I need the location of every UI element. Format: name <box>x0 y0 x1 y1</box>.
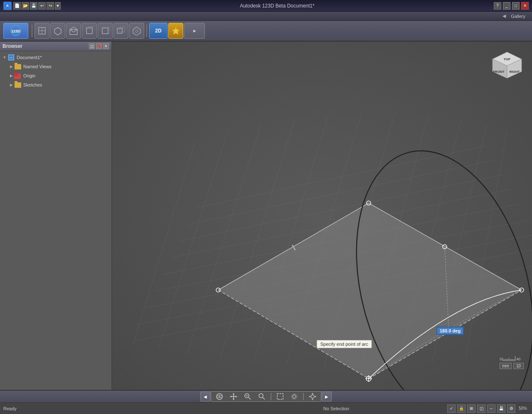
toolbar-btn-2d[interactable]: 2D <box>149 23 167 39</box>
toolbar-btn-front[interactable] <box>82 23 97 39</box>
toolbar-btn-extra[interactable]: ▶ <box>184 23 205 39</box>
svg-point-71 <box>315 396 316 397</box>
close-btn[interactable]: ✕ <box>521 2 529 10</box>
doc-icon <box>7 54 15 61</box>
browser-toggle-btn[interactable]: ◫ <box>89 43 95 49</box>
save-btn[interactable]: 💾 <box>30 2 37 10</box>
tree-origin-label: Origin <box>23 73 35 78</box>
select-icon <box>276 392 284 401</box>
viewcube-svg: TOP FRONT RIGHT <box>490 50 524 83</box>
toolbar-btn-camera[interactable] <box>129 23 144 39</box>
status-lock-icon[interactable]: 🔒 <box>457 404 466 413</box>
svg-marker-31 <box>218 203 522 379</box>
help-icon[interactable]: ? <box>494 2 501 10</box>
open-btn[interactable]: 📂 <box>22 2 29 10</box>
ruler-start: 0 <box>500 357 502 361</box>
tree-named-views[interactable]: ▶ Named Views <box>7 62 111 71</box>
status-ready: Ready <box>3 406 225 411</box>
svg-point-66 <box>291 394 297 399</box>
angle-value: 180.0 deg <box>440 328 461 333</box>
mm-label: mm <box>500 363 512 369</box>
status-settings-icon[interactable]: ⚙ <box>507 404 515 413</box>
minimize-btn[interactable]: _ <box>503 2 510 10</box>
tree-sketches-label: Sketches <box>23 82 42 87</box>
svg-text:123D: 123D <box>11 29 20 33</box>
status-grid-icon[interactable]: ⊞ <box>467 404 475 413</box>
pan-btn[interactable] <box>227 392 240 402</box>
view-settings-btn[interactable] <box>306 392 319 402</box>
sketches-icon <box>14 82 22 88</box>
undo-btn[interactable]: ↩ <box>38 2 46 10</box>
dropdown-btn[interactable]: ▼ <box>55 2 61 10</box>
main-area: Browser ◫ 📌 ✕ ▼ Document1* <box>0 42 532 390</box>
toolbar-btn-ortho[interactable] <box>113 23 128 39</box>
status-icons: ✓ 🔒 ⊞ ◫ ↔ 💾 ⚙ 50% <box>447 404 529 413</box>
zoom-btn[interactable] <box>241 392 254 402</box>
named-views-icon <box>14 63 22 70</box>
zoom-window-btn[interactable] <box>256 392 268 402</box>
origin-icon <box>14 72 22 79</box>
bottom-btn-nav[interactable]: ◀ <box>200 392 210 402</box>
view-settings-icon <box>308 392 317 401</box>
tree-arrow-sketches: ▶ <box>8 82 14 88</box>
status-percent: 50% <box>517 406 529 411</box>
ruler-value-box[interactable]: 10 <box>513 363 524 369</box>
browser-close-btn[interactable]: ✕ <box>103 43 109 49</box>
bottom-toolbar: ◀ <box>0 390 532 402</box>
maximize-btn[interactable]: □ <box>512 2 520 10</box>
tree-sketches[interactable]: ▶ Sketches <box>7 80 111 89</box>
svg-line-59 <box>249 397 251 399</box>
ruler-area: 0 40 mm <box>500 356 524 369</box>
titlebar: A 📄 📂 💾 ↩ ↪ ▼ Autodesk 123D Beta Documen… <box>0 0 532 12</box>
camera-icon <box>290 392 298 401</box>
redo-btn[interactable]: ↪ <box>47 2 54 10</box>
svg-marker-10 <box>172 27 180 35</box>
browser-header: Browser ◫ 📌 ✕ <box>0 42 111 51</box>
new-btn[interactable]: 📄 <box>13 2 21 10</box>
angle-input[interactable]: 180.0 deg <box>436 327 464 335</box>
toolbar-separator-2 <box>146 25 147 37</box>
toolbar-btn-sketch[interactable] <box>34 23 49 39</box>
select-btn[interactable] <box>274 392 286 402</box>
zoom-icon <box>244 392 252 401</box>
svg-point-70 <box>309 396 310 397</box>
svg-marker-57 <box>236 396 237 397</box>
app-title: Autodesk 123D Beta Document1* <box>61 3 494 9</box>
app-logo: A <box>3 2 12 10</box>
tree-origin[interactable]: ▶ Origin <box>7 71 111 80</box>
status-split-icon[interactable]: ◫ <box>477 404 485 413</box>
status-selection: No Selection <box>225 406 447 411</box>
status-save-icon[interactable]: 💾 <box>497 404 505 413</box>
statusbar: Ready No Selection ✓ 🔒 ⊞ ◫ ↔ 💾 ⚙ 50% <box>0 402 532 414</box>
tree-root[interactable]: ▼ Document1* <box>0 53 111 62</box>
ruler-end: 40 <box>516 357 520 361</box>
gallerybar: ◀ Gallery <box>0 12 532 21</box>
tooltip-text: Specify end point of arc <box>320 342 368 347</box>
browser-title: Browser <box>2 43 22 49</box>
gallery-arrow[interactable]: ◀ <box>502 13 506 19</box>
svg-point-65 <box>293 395 296 398</box>
browser-pin-btn[interactable]: 📌 <box>96 43 102 49</box>
toolbar-btn-star[interactable] <box>168 23 183 39</box>
bottom-nav-right[interactable]: ▶ <box>322 392 332 402</box>
toolbar-btn-side[interactable] <box>98 23 113 39</box>
browser-controls: ◫ 📌 ✕ <box>89 43 109 49</box>
svg-marker-55 <box>233 399 234 400</box>
toolbar-btn-3d[interactable] <box>50 23 65 39</box>
status-check-icon[interactable]: ✓ <box>447 404 456 413</box>
svg-rect-6 <box>102 28 108 34</box>
quick-tools[interactable]: 📄 📂 💾 ↩ ↪ ▼ <box>13 2 61 10</box>
tree-arrow-named-views: ▶ <box>8 64 14 69</box>
orbit-btn[interactable] <box>213 392 226 402</box>
sketch-canvas <box>112 42 532 390</box>
toolbar-btn-top[interactable] <box>66 23 81 39</box>
status-resize-icon[interactable]: ↔ <box>487 404 495 413</box>
viewcube[interactable]: TOP FRONT RIGHT <box>490 50 524 83</box>
home-button[interactable]: 123D <box>3 23 28 39</box>
viewport[interactable]: 180.0 deg Specify end point of arc TOP F… <box>112 42 532 390</box>
nav-icon: ◀ <box>204 394 207 399</box>
gallery-button[interactable]: Gallery <box>507 14 529 19</box>
camera-btn[interactable] <box>288 392 300 402</box>
browser-panel: Browser ◫ 📌 ✕ ▼ Document1* <box>0 42 112 390</box>
svg-point-67 <box>311 395 314 398</box>
